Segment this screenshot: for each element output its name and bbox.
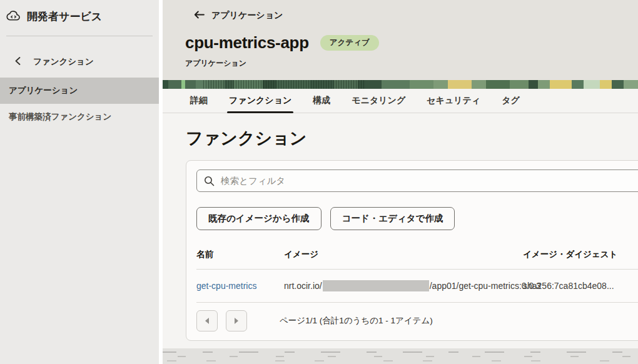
- sidebar-item-prebuilt-functions[interactable]: 事前構築済ファンクション: [0, 104, 159, 130]
- sidebar-item-label: 事前構築済ファンクション: [9, 112, 111, 121]
- page-subtitle: アプリケーション: [185, 58, 246, 69]
- function-image-cell: nrt.ocir.io//app01/get-cpu-metrics:0.0.3: [284, 270, 523, 302]
- image-prefix: nrt.ocir.io/: [284, 281, 322, 291]
- section-heading: ファンクション: [186, 127, 638, 149]
- functions-table: 名前 イメージ イメージ・ダイジェスト get-cpu-metrics nrt.…: [196, 238, 638, 303]
- redacted-namespace: [323, 280, 429, 291]
- tab-configuration[interactable]: 構成: [313, 89, 330, 113]
- chevron-left-icon: [15, 57, 21, 67]
- tab-details[interactable]: 詳細: [190, 89, 208, 113]
- tab-tags[interactable]: タグ: [502, 89, 520, 113]
- status-badge: アクティブ: [320, 35, 379, 51]
- tab-label: ファンクション: [229, 95, 291, 106]
- sidebar-header: 開発者サービス: [0, 0, 159, 32]
- tab-label: 詳細: [190, 95, 208, 106]
- decorative-banner-strip: [163, 80, 638, 89]
- create-in-code-editor-button[interactable]: コード・エディタで作成: [330, 207, 455, 230]
- sidebar-back-label: ファンクション: [33, 56, 94, 68]
- sidebar-title: 開発者サービス: [27, 9, 102, 24]
- developer-services-cloud-icon: [6, 10, 21, 24]
- search-input[interactable]: [196, 169, 638, 192]
- tab-bar: 詳細 ファンクション 構成 モニタリング セキュリティ タグ: [163, 89, 638, 113]
- pagination-label: ページ1/1 (合計1のうちの1 - 1アイテム): [280, 315, 433, 326]
- table-row: get-cpu-metrics nrt.ocir.io//app01/get-c…: [196, 270, 638, 303]
- sidebar-item-applications[interactable]: アプリケーション: [0, 78, 159, 104]
- column-header-name: 名前: [196, 238, 284, 269]
- create-from-image-button[interactable]: 既存のイメージから作成: [196, 207, 322, 230]
- function-name-link[interactable]: get-cpu-metrics: [196, 281, 256, 291]
- sidebar-back-functions[interactable]: ファンクション: [0, 36, 159, 78]
- footer-texture: [163, 348, 638, 364]
- page-header: アプリケーション cpu-metrics-app アクティブ アプリケーション: [163, 0, 638, 80]
- column-header-image-digest: イメージ・ダイジェスト: [523, 238, 638, 269]
- function-digest-cell: sha256:7ca81cb4e08...: [523, 270, 638, 301]
- breadcrumb-back-applications[interactable]: アプリケーション: [194, 10, 283, 21]
- tab-label: セキュリティ: [427, 95, 480, 106]
- back-arrow-icon: [194, 11, 205, 21]
- tab-label: モニタリング: [352, 95, 405, 106]
- content-section: ファンクション 既存のイメージから作成 コード・エディタで作成 名前 イ: [163, 113, 638, 341]
- pagination: ページ1/1 (合計1のうちの1 - 1アイテム): [196, 303, 638, 340]
- search-icon: [204, 176, 215, 189]
- tab-label: 構成: [313, 95, 330, 106]
- main-area: アプリケーション cpu-metrics-app アクティブ アプリケーション …: [163, 0, 638, 364]
- functions-panel: 既存のイメージから作成 コード・エディタで作成 名前 イメージ イメージ・ダイジ…: [186, 160, 638, 341]
- tab-monitoring[interactable]: モニタリング: [352, 89, 405, 113]
- sidebar-item-label: アプリケーション: [9, 86, 78, 95]
- tab-label: タグ: [502, 95, 520, 106]
- page-title: cpu-metrics-app: [185, 33, 309, 53]
- tab-functions[interactable]: ファンクション: [229, 89, 291, 113]
- column-header-image: イメージ: [284, 238, 523, 269]
- next-page-button[interactable]: [226, 310, 247, 331]
- sidebar: 開発者サービス ファンクション アプリケーション 事前構築済ファンクション: [0, 0, 159, 364]
- tab-security[interactable]: セキュリティ: [427, 89, 480, 113]
- breadcrumb-label: アプリケーション: [211, 10, 283, 21]
- next-page-icon: [235, 318, 238, 324]
- previous-page-button[interactable]: [196, 310, 218, 331]
- table-header-row: 名前 イメージ イメージ・ダイジェスト: [196, 238, 638, 270]
- previous-page-icon: [205, 318, 209, 324]
